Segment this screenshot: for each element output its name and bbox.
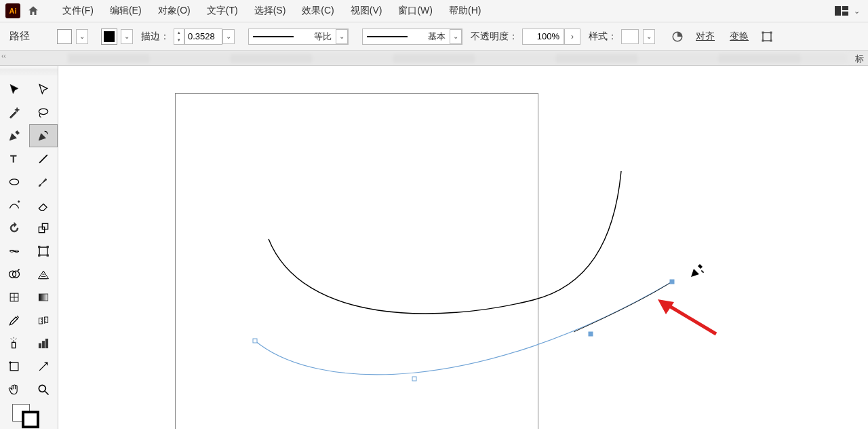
stroke-indicator[interactable] xyxy=(22,411,39,428)
graphic-style-dropdown[interactable]: ⌄ xyxy=(643,29,655,44)
opacity-flyout[interactable]: › xyxy=(564,29,580,45)
svg-rect-1 xyxy=(842,6,848,10)
width-tool[interactable] xyxy=(0,240,29,263)
perspective-grid-tool[interactable] xyxy=(29,263,58,286)
svg-rect-4 xyxy=(763,33,771,41)
line-segment-tool[interactable] xyxy=(29,147,58,170)
width-profile-dropdown[interactable]: ⌄ xyxy=(336,29,348,44)
arrange-documents-icon[interactable] xyxy=(833,5,850,17)
rotate-tool[interactable] xyxy=(0,217,29,240)
artboard-tool[interactable] xyxy=(0,355,29,378)
svg-text:T: T xyxy=(10,153,16,164)
annotation-arrow-icon xyxy=(655,297,723,337)
eraser-tool[interactable] xyxy=(29,193,58,217)
recolor-artwork-icon[interactable] xyxy=(669,28,686,45)
shaper-tool[interactable] xyxy=(0,193,29,217)
ellipse-tool[interactable] xyxy=(0,170,29,193)
paintbrush-tool[interactable] xyxy=(29,170,58,193)
svg-rect-20 xyxy=(47,255,49,257)
magic-wand-tool[interactable] xyxy=(0,101,29,124)
document-tabs-blurred xyxy=(68,54,848,63)
svg-rect-2 xyxy=(842,12,848,16)
menu-effect[interactable]: 效果(C) xyxy=(294,2,342,20)
zoom-tool[interactable] xyxy=(29,378,58,401)
control-bar: 路径 ⌄ ⌄ 描边： ▴▾ ⌄ 等比 ⌄ 基本 ⌄ 不透明度： › 样式： ⌄ … xyxy=(0,22,868,51)
svg-rect-18 xyxy=(47,246,49,248)
document-tab-bar: ‹‹ 标 xyxy=(0,51,868,66)
blend-tool[interactable] xyxy=(29,309,58,332)
menu-window[interactable]: 窗口(W) xyxy=(390,2,441,20)
svg-rect-5 xyxy=(762,31,764,33)
stroke-dropdown[interactable]: ⌄ xyxy=(121,29,133,44)
width-profile-field[interactable]: 等比 ⌄ xyxy=(248,29,349,45)
svg-rect-42 xyxy=(670,280,674,284)
align-panel-link[interactable]: 对齐 xyxy=(696,31,715,43)
scale-tool[interactable] xyxy=(29,217,58,240)
stroke-label: 描边： xyxy=(141,31,170,43)
svg-rect-8 xyxy=(770,39,772,41)
fill-swatch[interactable] xyxy=(57,29,72,44)
svg-rect-0 xyxy=(835,6,841,16)
type-tool[interactable]: T xyxy=(0,147,29,170)
menu-object[interactable]: 对象(O) xyxy=(150,2,199,20)
collapse-panels-icon[interactable]: ‹‹ xyxy=(1,52,6,60)
isolate-object-icon[interactable] xyxy=(758,28,776,45)
symbol-sprayer-tool[interactable] xyxy=(0,332,29,355)
pen-tool[interactable] xyxy=(0,124,29,147)
lasso-tool[interactable] xyxy=(29,101,58,124)
stroke-weight-field[interactable]: ▴▾ ⌄ xyxy=(174,29,235,45)
eyedropper-tool[interactable] xyxy=(0,309,29,332)
svg-point-12 xyxy=(10,179,19,185)
svg-rect-14 xyxy=(39,227,44,232)
stroke-weight-spinner[interactable]: ▴▾ xyxy=(174,29,184,45)
direct-selection-tool[interactable] xyxy=(29,78,58,101)
stroke-swatch[interactable] xyxy=(102,29,117,44)
toolbox: T xyxy=(0,66,58,429)
stroke-weight-dropdown[interactable]: ⌄ xyxy=(222,29,235,44)
home-icon[interactable] xyxy=(24,2,42,20)
menu-edit[interactable]: 编辑(E) xyxy=(102,2,150,20)
fill-stroke-indicator[interactable] xyxy=(0,401,58,428)
menu-select[interactable]: 选择(S) xyxy=(246,2,294,20)
svg-rect-31 xyxy=(39,343,41,348)
brush-definition-dropdown[interactable]: ⌄ xyxy=(450,29,462,44)
menu-bar: Ai 文件(F) 编辑(E) 对象(O) 文字(T) 选择(S) 效果(C) 视… xyxy=(0,0,868,22)
menu-help[interactable]: 帮助(H) xyxy=(441,2,489,20)
width-profile-label: 等比 xyxy=(310,31,336,43)
pen-cursor-icon xyxy=(689,263,705,279)
curvature-tool[interactable] xyxy=(29,124,58,147)
brush-definition-field[interactable]: 基本 ⌄ xyxy=(362,29,462,45)
menu-type[interactable]: 文字(T) xyxy=(199,2,246,20)
workspace: T xyxy=(0,66,868,429)
hand-tool[interactable] xyxy=(0,378,29,401)
svg-rect-19 xyxy=(38,255,40,257)
object-type-label: 路径 xyxy=(9,30,30,43)
svg-rect-41 xyxy=(589,332,593,336)
graphic-style-swatch[interactable] xyxy=(621,29,639,44)
toolbox-header-blurred xyxy=(0,69,58,75)
mesh-tool[interactable] xyxy=(0,286,29,309)
canvas[interactable] xyxy=(58,66,868,429)
style-label: 样式： xyxy=(589,31,617,43)
gradient-tool[interactable] xyxy=(29,286,58,309)
shape-builder-tool[interactable] xyxy=(0,263,29,286)
column-graph-tool[interactable] xyxy=(29,332,58,355)
menu-file[interactable]: 文件(F) xyxy=(54,2,102,20)
free-transform-tool[interactable] xyxy=(29,240,58,263)
menu-view[interactable]: 视图(V) xyxy=(342,2,391,20)
svg-rect-34 xyxy=(10,362,18,371)
arrange-dropdown-icon[interactable]: ⌄ xyxy=(851,7,863,16)
selection-tool[interactable] xyxy=(0,78,29,101)
fill-dropdown[interactable]: ⌄ xyxy=(76,29,88,44)
brush-definition-label: 基本 xyxy=(424,31,450,43)
svg-point-9 xyxy=(39,109,47,114)
svg-rect-6 xyxy=(770,31,772,33)
svg-rect-33 xyxy=(45,339,47,348)
stroke-weight-input[interactable] xyxy=(184,29,222,45)
transform-panel-link[interactable]: 变换 xyxy=(730,31,749,43)
svg-rect-26 xyxy=(39,294,47,301)
svg-rect-30 xyxy=(12,342,16,348)
slice-tool[interactable] xyxy=(29,355,58,378)
opacity-input[interactable] xyxy=(522,29,564,45)
svg-line-11 xyxy=(39,155,47,163)
